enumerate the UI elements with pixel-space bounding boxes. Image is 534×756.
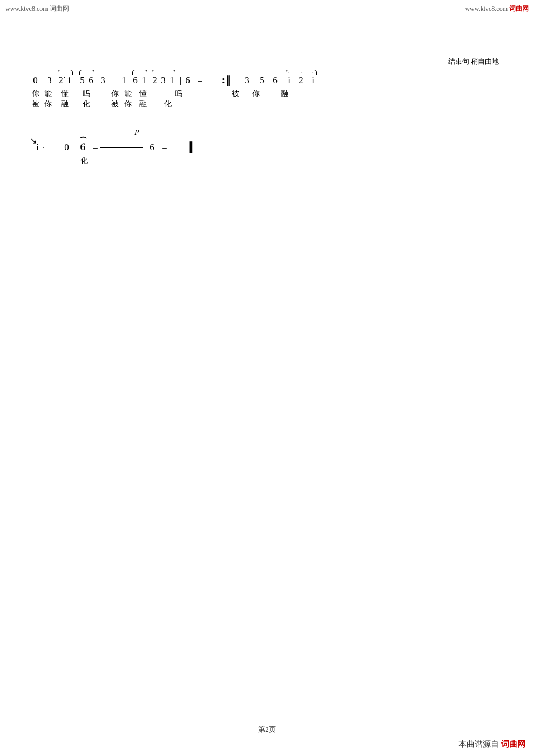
header-right-text: www.ktvc8.com 词曲网: [465, 5, 529, 12]
slur-21: 2 · 1: [57, 70, 74, 86]
slur-231: 2 3 1: [151, 70, 177, 86]
lyric2-rong1: 融: [55, 99, 75, 109]
tie-line-r2: [100, 147, 143, 148]
section-label-row: 结束句 稍自由地: [30, 57, 504, 66]
note-1b: 1: [119, 75, 129, 86]
dash-r2-2: –: [160, 142, 169, 153]
barline-3: |: [179, 75, 183, 86]
barline-1: |: [74, 75, 78, 86]
barline-4: |: [280, 75, 285, 86]
lyric2-rong2: 融: [134, 99, 152, 109]
footer-source-prefix: 本曲谱源自: [458, 739, 499, 750]
music-line-row2: ↘ i · · 0 | ⌢ ·: [30, 131, 504, 153]
note-0: 0: [30, 75, 42, 86]
note-3c: 3: [242, 75, 252, 86]
lyric-sp1: [98, 89, 109, 99]
score-content: 结束句 稍自由地 0 3 2 ·: [30, 57, 504, 171]
slur-i2i: i 2 i: [285, 70, 318, 86]
lyric-neng1: 能: [42, 89, 55, 99]
note-6c: 6: [183, 75, 193, 86]
dash-1: –: [196, 75, 205, 86]
header-right: www.ktvc8.com 词曲网: [465, 4, 529, 14]
high-i2: i: [312, 75, 315, 86]
lyric-ni1: 你: [30, 89, 42, 99]
lyrics-line1-row1: 你 能 懂 吗 你 能 懂 吗 被 你 融: [30, 89, 504, 99]
music-section-row1: 0 3 2 · 1 |: [30, 70, 504, 109]
note-6d: 6: [271, 75, 280, 86]
music-line-row1: 0 3 2 · 1 |: [30, 70, 504, 86]
note-1d: 1: [168, 75, 177, 86]
header-left: www.ktvc8.com 词曲网: [5, 4, 69, 14]
footer-source: 本曲谱源自 词曲网: [458, 739, 525, 750]
section-label: 结束句 稍自由地: [448, 57, 499, 66]
lyric-rong1: 融: [279, 89, 290, 99]
note-6-fermata: ⌢ · 6̂: [77, 131, 89, 153]
dash-r2-1: –: [91, 142, 100, 153]
slur-61: 6 1: [131, 70, 148, 86]
note-1c: 1: [140, 75, 148, 86]
barline-r2-1: |: [73, 142, 77, 153]
dynamic-p: p: [135, 126, 139, 136]
note-6e: 6: [147, 142, 157, 153]
note-1: 1: [65, 75, 74, 86]
lyrics-line2-row1: 被 你 融 化 被 你 融 化: [30, 99, 504, 109]
lyric2-hua2: 化: [163, 99, 173, 109]
note-i1: i: [285, 75, 294, 86]
footer-page: 第2页: [258, 725, 276, 734]
note-2b: 2: [151, 75, 159, 86]
note-6b: 6: [131, 75, 140, 86]
lyric-r2-sp1: [30, 156, 62, 166]
lyric-sp4: [268, 89, 279, 99]
lyric-sp2: [152, 89, 163, 99]
high-i1: i: [288, 75, 291, 86]
lyric2-hua1: 化: [75, 99, 98, 109]
barline-r2-2: |: [143, 142, 147, 153]
note-glide-i: ↘ i · ·: [30, 133, 45, 153]
lyric2-ni2: 你: [121, 99, 134, 109]
lyrics-line2-row2: 化: [30, 156, 504, 166]
lyric-bei1: 被: [227, 89, 244, 99]
lyric-dong2: 懂: [134, 89, 152, 99]
note-6: 6: [87, 75, 96, 86]
lyric-r2-sp2: [62, 156, 78, 166]
barline-5: |: [318, 75, 322, 86]
lyric2-bei1: 被: [30, 99, 42, 109]
row2-spacer: [30, 114, 504, 131]
note-i2: i: [308, 75, 318, 86]
high-2: 2: [299, 75, 304, 86]
note-0b: 0: [61, 142, 73, 153]
slur-56: 5 6: [78, 70, 96, 86]
lyric2-ni1: 你: [42, 99, 55, 109]
barline-2: |: [115, 75, 119, 86]
lyric-ma2: 吗: [163, 89, 195, 99]
lyric-ma1: 吗: [75, 89, 98, 99]
page: www.ktvc8.com 词曲网 www.ktvc8.com 词曲网 结束句 …: [0, 0, 534, 756]
note-5: 5: [78, 75, 87, 86]
note-2dot: 2 ·: [57, 75, 65, 86]
repeat-end: :‖: [221, 73, 233, 86]
final-barline: ‖: [185, 140, 196, 153]
lyric-ni3: 你: [244, 89, 268, 99]
note-5b: 5: [258, 75, 267, 86]
footer-page-text: 第2页: [258, 725, 276, 733]
note-3b: 3: [159, 75, 168, 86]
lyric2-sp2: [152, 99, 163, 109]
note-3: 3: [45, 75, 55, 86]
note-3dot: 3 ·: [98, 75, 109, 86]
header-right-red: 词曲网: [509, 5, 529, 12]
lyric-r2-hua: 化: [78, 156, 90, 166]
lyric-ni2: 你: [109, 89, 121, 99]
lyric-dong1: 懂: [55, 89, 75, 99]
footer-source-name: 词曲网: [501, 739, 525, 750]
lyric2-bei2: 被: [109, 99, 121, 109]
music-section-row2: ↘ i · · 0 | ⌢ ·: [30, 131, 504, 166]
note-2-high: 2: [296, 75, 306, 86]
lyric-neng2: 能: [121, 89, 134, 99]
lyric-sp3: [195, 89, 227, 99]
lyric2-sp1: [98, 99, 109, 109]
header-left-text: www.ktvc8.com 词曲网: [5, 5, 69, 12]
